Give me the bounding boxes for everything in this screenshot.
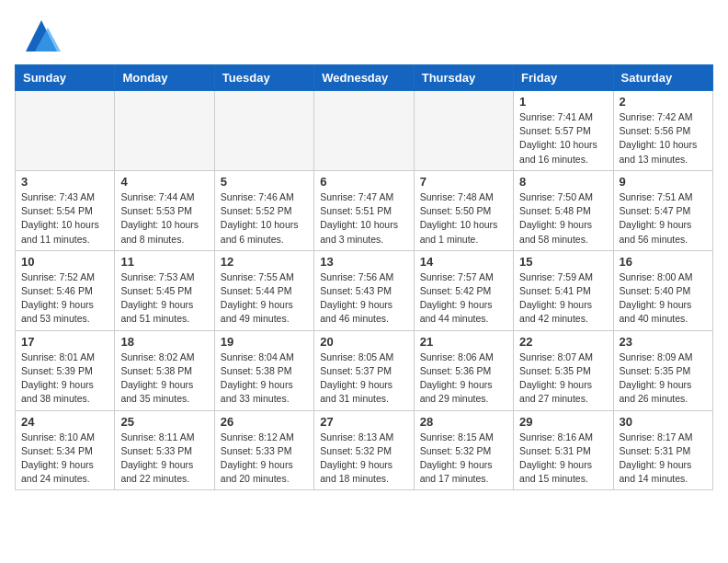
logo — [22, 17, 64, 55]
calendar-header-sunday: Sunday — [16, 65, 115, 91]
calendar-cell: 7Sunrise: 7:48 AMSunset: 5:50 PMDaylight… — [414, 170, 513, 250]
calendar-cell: 29Sunrise: 8:16 AMSunset: 5:31 PMDayligh… — [514, 410, 613, 490]
calendar-cell: 20Sunrise: 8:05 AMSunset: 5:37 PMDayligh… — [314, 330, 414, 410]
day-info: Sunrise: 7:43 AMSunset: 5:54 PMDaylight:… — [21, 190, 108, 247]
calendar-header-wednesday: Wednesday — [314, 65, 414, 91]
day-number: 18 — [120, 335, 208, 349]
day-info: Sunrise: 8:09 AMSunset: 5:35 PMDaylight:… — [620, 350, 707, 407]
calendar-header-tuesday: Tuesday — [214, 65, 313, 91]
calendar-cell: 24Sunrise: 8:10 AMSunset: 5:34 PMDayligh… — [16, 410, 115, 490]
day-number: 1 — [519, 95, 607, 109]
day-info: Sunrise: 8:17 AMSunset: 5:31 PMDaylight:… — [620, 431, 707, 487]
day-info: Sunrise: 8:12 AMSunset: 5:33 PMDaylight:… — [221, 431, 308, 487]
day-info: Sunrise: 8:02 AMSunset: 5:38 PMDaylight:… — [120, 350, 208, 407]
day-info: Sunrise: 7:50 AMSunset: 5:48 PMDaylight:… — [519, 190, 607, 247]
calendar-cell: 11Sunrise: 7:53 AMSunset: 5:45 PMDayligh… — [115, 250, 214, 330]
day-info: Sunrise: 7:44 AMSunset: 5:53 PMDaylight:… — [120, 190, 208, 247]
calendar-cell: 10Sunrise: 7:52 AMSunset: 5:46 PMDayligh… — [16, 250, 115, 330]
calendar-header-row: SundayMondayTuesdayWednesdayThursdayFrid… — [16, 65, 713, 91]
day-info: Sunrise: 7:55 AMSunset: 5:44 PMDaylight:… — [221, 270, 308, 327]
day-number: 6 — [320, 175, 407, 189]
day-info: Sunrise: 7:51 AMSunset: 5:47 PMDaylight:… — [620, 190, 707, 247]
day-number: 23 — [620, 335, 707, 349]
calendar-cell: 6Sunrise: 7:47 AMSunset: 5:51 PMDaylight… — [314, 170, 414, 250]
calendar-cell: 13Sunrise: 7:56 AMSunset: 5:43 PMDayligh… — [314, 250, 414, 330]
calendar-week-2: 3Sunrise: 7:43 AMSunset: 5:54 PMDaylight… — [16, 170, 713, 250]
day-info: Sunrise: 8:11 AMSunset: 5:33 PMDaylight:… — [120, 431, 208, 487]
calendar-week-4: 17Sunrise: 8:01 AMSunset: 5:39 PMDayligh… — [16, 330, 713, 410]
calendar-cell: 26Sunrise: 8:12 AMSunset: 5:33 PMDayligh… — [214, 410, 313, 490]
calendar-header-saturday: Saturday — [613, 65, 712, 91]
day-info: Sunrise: 8:05 AMSunset: 5:37 PMDaylight:… — [320, 350, 407, 407]
day-number: 21 — [420, 335, 507, 349]
day-number: 19 — [221, 335, 308, 349]
calendar-cell — [314, 91, 414, 171]
day-number: 25 — [120, 415, 208, 429]
calendar-week-1: 1Sunrise: 7:41 AMSunset: 5:57 PMDaylight… — [16, 91, 713, 171]
calendar-cell: 2Sunrise: 7:42 AMSunset: 5:56 PMDaylight… — [613, 91, 712, 171]
calendar-cell: 5Sunrise: 7:46 AMSunset: 5:52 PMDaylight… — [214, 170, 313, 250]
calendar-cell — [115, 91, 214, 171]
day-info: Sunrise: 7:56 AMSunset: 5:43 PMDaylight:… — [320, 270, 407, 327]
calendar-cell: 18Sunrise: 8:02 AMSunset: 5:38 PMDayligh… — [115, 330, 214, 410]
day-info: Sunrise: 7:48 AMSunset: 5:50 PMDaylight:… — [420, 190, 507, 247]
day-number: 26 — [221, 415, 308, 429]
calendar-cell — [414, 91, 513, 171]
calendar-cell — [214, 91, 313, 171]
day-info: Sunrise: 8:10 AMSunset: 5:34 PMDaylight:… — [21, 431, 108, 487]
calendar-week-5: 24Sunrise: 8:10 AMSunset: 5:34 PMDayligh… — [16, 410, 713, 490]
day-info: Sunrise: 7:41 AMSunset: 5:57 PMDaylight:… — [519, 110, 607, 167]
day-number: 29 — [519, 415, 607, 429]
day-info: Sunrise: 8:06 AMSunset: 5:36 PMDaylight:… — [420, 350, 507, 407]
calendar-cell: 21Sunrise: 8:06 AMSunset: 5:36 PMDayligh… — [414, 330, 513, 410]
day-number: 9 — [620, 175, 707, 189]
calendar-cell: 30Sunrise: 8:17 AMSunset: 5:31 PMDayligh… — [613, 410, 712, 490]
day-info: Sunrise: 8:04 AMSunset: 5:38 PMDaylight:… — [221, 350, 308, 407]
day-info: Sunrise: 7:46 AMSunset: 5:52 PMDaylight:… — [221, 190, 308, 247]
calendar-header-friday: Friday — [514, 65, 613, 91]
calendar-cell: 9Sunrise: 7:51 AMSunset: 5:47 PMDaylight… — [613, 170, 712, 250]
day-info: Sunrise: 7:52 AMSunset: 5:46 PMDaylight:… — [21, 270, 108, 327]
day-info: Sunrise: 7:59 AMSunset: 5:41 PMDaylight:… — [519, 270, 607, 327]
calendar-cell: 16Sunrise: 8:00 AMSunset: 5:40 PMDayligh… — [613, 250, 712, 330]
calendar-cell: 4Sunrise: 7:44 AMSunset: 5:53 PMDaylight… — [115, 170, 214, 250]
day-number: 17 — [21, 335, 108, 349]
day-number: 10 — [21, 255, 108, 269]
day-number: 15 — [519, 255, 607, 269]
logo-icon — [22, 17, 61, 55]
calendar-cell: 28Sunrise: 8:15 AMSunset: 5:32 PMDayligh… — [414, 410, 513, 490]
calendar-cell: 22Sunrise: 8:07 AMSunset: 5:35 PMDayligh… — [514, 330, 613, 410]
day-info: Sunrise: 8:01 AMSunset: 5:39 PMDaylight:… — [21, 350, 108, 407]
calendar-cell: 1Sunrise: 7:41 AMSunset: 5:57 PMDaylight… — [514, 91, 613, 171]
day-number: 8 — [519, 175, 607, 189]
calendar-cell: 27Sunrise: 8:13 AMSunset: 5:32 PMDayligh… — [314, 410, 414, 490]
calendar-cell: 8Sunrise: 7:50 AMSunset: 5:48 PMDaylight… — [514, 170, 613, 250]
calendar-cell: 25Sunrise: 8:11 AMSunset: 5:33 PMDayligh… — [115, 410, 214, 490]
day-number: 7 — [420, 175, 507, 189]
day-info: Sunrise: 7:57 AMSunset: 5:42 PMDaylight:… — [420, 270, 507, 327]
day-number: 5 — [221, 175, 308, 189]
day-info: Sunrise: 8:13 AMSunset: 5:32 PMDaylight:… — [320, 431, 407, 487]
calendar-cell: 17Sunrise: 8:01 AMSunset: 5:39 PMDayligh… — [16, 330, 115, 410]
calendar-table: SundayMondayTuesdayWednesdayThursdayFrid… — [15, 64, 713, 490]
day-number: 30 — [620, 415, 707, 429]
day-info: Sunrise: 7:47 AMSunset: 5:51 PMDaylight:… — [320, 190, 407, 247]
calendar-wrapper: SundayMondayTuesdayWednesdayThursdayFrid… — [0, 64, 728, 505]
day-number: 20 — [320, 335, 407, 349]
day-info: Sunrise: 8:07 AMSunset: 5:35 PMDaylight:… — [519, 350, 607, 407]
day-number: 3 — [21, 175, 108, 189]
day-number: 16 — [620, 255, 707, 269]
calendar-cell: 14Sunrise: 7:57 AMSunset: 5:42 PMDayligh… — [414, 250, 513, 330]
calendar-cell: 23Sunrise: 8:09 AMSunset: 5:35 PMDayligh… — [613, 330, 712, 410]
day-info: Sunrise: 7:53 AMSunset: 5:45 PMDaylight:… — [120, 270, 208, 327]
calendar-cell: 12Sunrise: 7:55 AMSunset: 5:44 PMDayligh… — [214, 250, 313, 330]
day-number: 12 — [221, 255, 308, 269]
day-number: 28 — [420, 415, 507, 429]
calendar-header-monday: Monday — [115, 65, 214, 91]
calendar-cell — [16, 91, 115, 171]
day-number: 11 — [120, 255, 208, 269]
calendar-cell: 19Sunrise: 8:04 AMSunset: 5:38 PMDayligh… — [214, 330, 313, 410]
header — [0, 0, 728, 64]
day-number: 14 — [420, 255, 507, 269]
day-info: Sunrise: 8:16 AMSunset: 5:31 PMDaylight:… — [519, 431, 607, 487]
